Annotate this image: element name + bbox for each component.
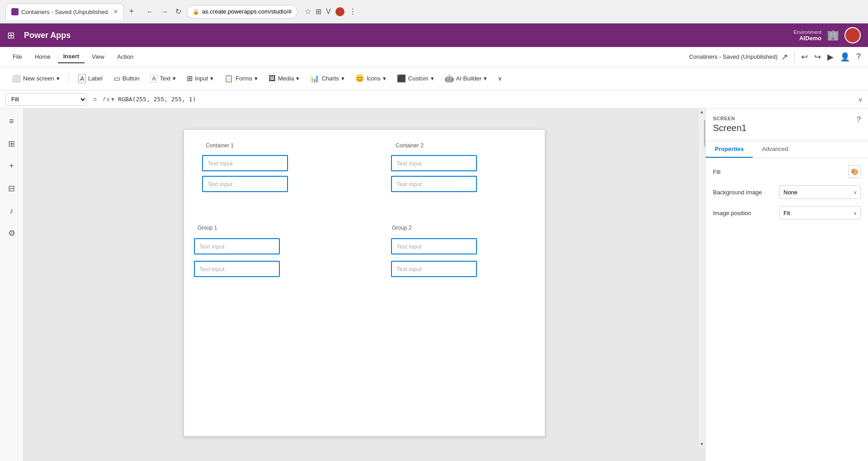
info-icon[interactable]: 🏢 [827, 29, 839, 41]
formula-eq: = [93, 96, 97, 103]
container1-input1[interactable]: Text input [202, 155, 288, 171]
group1-input2-placeholder: Text input [199, 266, 225, 273]
sidebar-settings-icon[interactable]: ⚙ [5, 226, 18, 241]
fill-color-swatch[interactable]: 🎨 [848, 165, 861, 178]
share-icon[interactable]: ↗ [781, 52, 788, 62]
forms-btn[interactable]: 📋 Forms ▾ [220, 71, 262, 85]
app-grid-icon[interactable]: ⊞ [7, 30, 15, 41]
container1-input2[interactable]: Text input [202, 176, 288, 192]
icons-btn[interactable]: 😊 Icons ▾ [351, 71, 391, 85]
bookmark-btn[interactable]: ☆ [305, 7, 311, 16]
browser-tab[interactable]: Containers - Saved (Unpublished ✕ [5, 4, 124, 20]
group1-input1[interactable]: Text input [194, 238, 280, 254]
menu-btn[interactable]: ⋮ [349, 7, 356, 16]
group1-input2[interactable]: Text input [194, 261, 280, 277]
panel-section-label: SCREEN [713, 116, 747, 121]
undo-icon[interactable]: ↩ [801, 52, 808, 62]
sidebar-tree-icon[interactable]: ⊞ [5, 136, 18, 151]
scroll-down-btn[interactable]: ▼ [699, 441, 705, 447]
forward-btn[interactable]: → [159, 6, 170, 18]
menu-view[interactable]: View [86, 51, 110, 63]
button-btn[interactable]: ▭ Button [109, 71, 144, 85]
new-tab-btn[interactable]: + [129, 7, 134, 16]
panel-help-btn[interactable]: ? [857, 116, 861, 124]
fill-label: Fill [713, 169, 721, 175]
browser-bar: Containers - Saved (Unpublished ✕ + ← → … [0, 0, 868, 24]
label-btn[interactable]: A Label [74, 71, 107, 86]
container1-label: Container 1 [206, 142, 234, 149]
scroll-thumb[interactable] [704, 120, 706, 147]
sidebar-media-icon[interactable]: ♪ [7, 203, 16, 218]
custom-icon: ⬛ [397, 74, 406, 83]
user-avatar[interactable] [844, 27, 861, 43]
ai-builder-btn[interactable]: 🤖 AI Builder ▾ [440, 71, 491, 85]
user-icon[interactable]: 👤 [840, 52, 850, 62]
formula-input[interactable] [118, 93, 854, 106]
menu-home[interactable]: Home [29, 51, 56, 63]
formula-fx: f x ▾ [103, 96, 114, 103]
button-label: Button [123, 75, 140, 82]
input-chevron: ▾ [210, 75, 213, 82]
group2-input2[interactable]: Text input [391, 261, 477, 277]
back-btn[interactable]: ← [145, 6, 156, 18]
property-select[interactable]: Fill [5, 93, 87, 106]
bg-image-chevron: ∨ [854, 190, 857, 195]
sidebar-data-icon[interactable]: ⊟ [5, 181, 18, 196]
container2-label: Container 2 [396, 142, 424, 149]
image-position-select[interactable]: Fit ∨ [779, 206, 861, 220]
play-icon[interactable]: ▶ [827, 52, 834, 62]
sidebar-add-icon[interactable]: + [6, 159, 17, 174]
icon-divider [794, 52, 795, 61]
container2-input1[interactable]: Text input [391, 155, 477, 171]
extensions-btn[interactable] [335, 7, 344, 16]
forms-icon: 📋 [224, 74, 233, 83]
screen-canvas[interactable]: Container 1 Text input Text input Contai… [184, 129, 545, 437]
text-btn[interactable]: A Text ▾ [146, 72, 180, 85]
help-icon[interactable]: ? [856, 52, 861, 61]
url-text: as.create.powerapps.com/studio/# [202, 8, 292, 15]
env-section: Environment AIDemo [793, 29, 821, 42]
image-position-chevron: ∨ [854, 211, 857, 216]
refresh-btn[interactable]: ↻ [174, 5, 183, 18]
icons-chevron: ▾ [383, 75, 386, 82]
image-position-value: Fit [783, 210, 790, 216]
tab-properties[interactable]: Properties [706, 141, 753, 158]
app-title: Power Apps [24, 31, 71, 40]
input-icon: ⊞ [187, 74, 193, 83]
scroll-up-btn[interactable]: ▲ [699, 108, 705, 115]
menu-insert[interactable]: Insert [58, 50, 85, 63]
sidebar-menu-icon[interactable]: ≡ [6, 114, 17, 129]
media-btn[interactable]: 🖼 Media ▾ [264, 72, 304, 85]
input-btn[interactable]: ⊞ Input ▾ [182, 71, 218, 85]
container2-input2[interactable]: Text input [391, 176, 477, 192]
scrollbar-right: ▲ ▼ [698, 108, 705, 447]
tab-advanced[interactable]: Advanced [753, 141, 797, 158]
more-btn[interactable]: ∨ [493, 72, 507, 85]
text-chevron: ▾ [173, 75, 176, 82]
group2-input1[interactable]: Text input [391, 238, 477, 254]
label-label: Label [88, 75, 103, 82]
new-screen-btn[interactable]: ⬜ New screen ▾ [7, 71, 64, 85]
group1-input1-placeholder: Text input [199, 243, 225, 250]
forms-label: Forms [236, 75, 252, 82]
new-screen-label: New screen [23, 75, 54, 82]
profile-btn[interactable]: V [326, 8, 331, 16]
custom-label: Custom [408, 75, 429, 82]
ai-builder-label: AI Builder [456, 75, 481, 82]
left-sidebar: ≡ ⊞ + ⊟ ♪ ⚙ [0, 108, 24, 461]
windows-btn[interactable]: ⊞ [316, 7, 321, 16]
input-label: Input [195, 75, 208, 82]
container2-input1-placeholder: Text input [396, 160, 422, 167]
menu-bar: File Home Insert View Action Conatiners … [0, 47, 868, 67]
address-bar[interactable]: 🔒 as.create.powerapps.com/studio/# [187, 5, 297, 19]
tab-close-btn[interactable]: ✕ [113, 9, 118, 15]
charts-btn[interactable]: 📊 Charts ▾ [306, 71, 349, 85]
fx-chevron[interactable]: ▾ [111, 96, 114, 103]
button-icon: ▭ [113, 74, 120, 83]
custom-btn[interactable]: ⬛ Custom ▾ [392, 71, 439, 85]
menu-action[interactable]: Action [112, 51, 139, 63]
redo-icon[interactable]: ↪ [814, 52, 821, 62]
bg-image-select[interactable]: None ∨ [779, 185, 861, 199]
formula-expand-btn[interactable]: ∨ [858, 96, 863, 103]
menu-file[interactable]: File [7, 51, 28, 63]
